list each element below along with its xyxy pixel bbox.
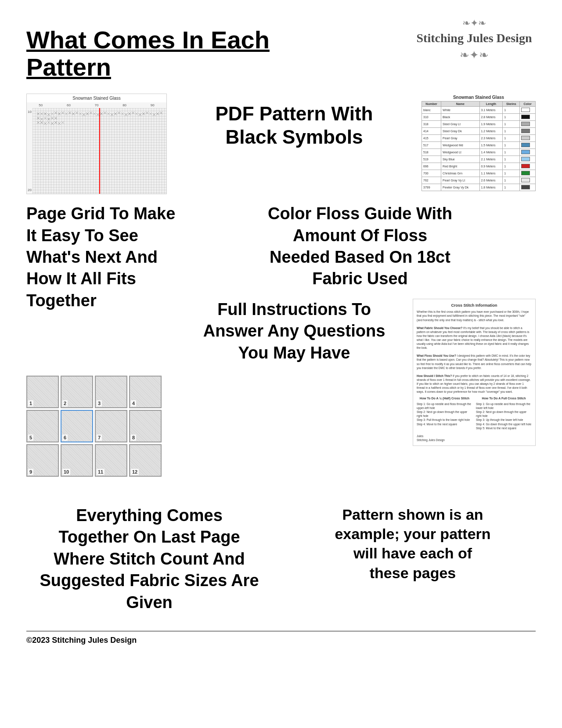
instr-para1: Whether this is the first cross stitch p…	[417, 310, 532, 322]
floss-length: 0.9 Meters	[479, 163, 503, 170]
how-to-full-steps: Step 1: Go up needle and floss through t…	[476, 402, 532, 430]
copyright: ©2023 Stitching Jules Design	[26, 636, 536, 645]
floss-row: 318 Steel Gray Lt 1.9 Meters 1	[422, 121, 536, 128]
floss-color-swatch	[520, 142, 536, 149]
floss-length: 1.1 Meters	[479, 170, 503, 177]
floss-num: 415	[422, 135, 441, 142]
floss-num: 700	[422, 170, 441, 177]
instructions-document: Cross Stitch Information Whether this is…	[413, 299, 536, 446]
full-instr-line1: Full Instructions To	[217, 300, 371, 319]
floss-table: Number Name Length Skeins Color blanc Wh…	[422, 101, 536, 191]
floss-name: White	[441, 107, 479, 114]
floss-color-swatch	[520, 184, 536, 191]
floss-skeins: 1	[503, 170, 520, 177]
floss-length: 2.1 Meters	[479, 156, 503, 163]
thumb-num: 11	[97, 469, 104, 475]
content-area: Snowman Stained Glass 50 60 70 80 90 10 …	[26, 94, 536, 613]
axis-label: 70	[95, 103, 99, 107]
pattern-note-line4: these pages	[370, 565, 456, 581]
floss-num: 762	[422, 177, 441, 184]
instr-doc-title: Cross Stitch Information	[417, 303, 532, 308]
floss-skeins: 1	[503, 128, 520, 135]
floss-length: 1.8 Meters	[479, 184, 503, 191]
thumb-num: 1	[28, 400, 33, 406]
floss-row: 762 Pearl Gray Vy Lt 2.6 Meters 1	[422, 177, 536, 184]
floss-length: 1.2 Meters	[479, 128, 503, 135]
thumbnail-cell: 2	[61, 376, 93, 408]
floss-row: 415 Pearl Gray 2.3 Meters 1	[422, 135, 536, 142]
row3: Everything Comes Together On Last Page W…	[26, 496, 536, 613]
floss-skeins: 1	[503, 107, 520, 114]
everything-line1: Everything Comes	[76, 506, 223, 525]
col-color: Color	[520, 101, 536, 107]
axis-label: 60	[67, 103, 71, 107]
floss-name: Sky Blue	[441, 156, 479, 163]
cross-stitch-grid	[32, 108, 166, 194]
logo-ornament-top: ❧✦❧	[462, 18, 486, 29]
thumbnail-cell: 6	[61, 410, 93, 442]
color-floss-line2: Amount Of Floss	[293, 226, 427, 245]
everything-line5: Given	[126, 593, 173, 612]
floss-row: 519 Sky Blue 2.1 Meters 1	[422, 156, 536, 163]
instr-para4-title: How Should I Stitch This?	[417, 374, 452, 377]
thumb-num: 12	[131, 469, 139, 475]
floss-skeins: 1	[503, 184, 520, 191]
instr-signature: JulesStitching Jules Design	[417, 434, 532, 442]
floss-length: 1.5 Meters	[479, 142, 503, 149]
header: What Comes In Each Pattern ❧✦❧ Stitching…	[26, 18, 536, 80]
pattern-note: Pattern shown is an example; your patter…	[290, 505, 536, 583]
color-floss-line4: Fabric Used	[312, 269, 408, 288]
floss-row: 3799 Pewter Gray Vy Dk 1.8 Meters 1	[422, 184, 536, 191]
floss-num: 666	[422, 163, 441, 170]
thumbnail-row: 1234	[26, 376, 167, 408]
thumbnail-cell: 7	[95, 410, 127, 442]
page-grid-line1: Page Grid To Make It Easy To See What's …	[26, 204, 175, 310]
floss-num: 517	[422, 142, 441, 149]
stitch-symbols-svg	[32, 108, 166, 194]
instr-col-full: How To Do A Full Cross Stitch Step 1: Go…	[476, 396, 532, 430]
floss-color-swatch	[520, 135, 536, 142]
page-title: What Comes In Each Pattern	[26, 18, 334, 80]
thumb-num: 7	[97, 435, 102, 441]
row-label: 10	[28, 110, 32, 114]
row-labels: 10 20	[27, 108, 32, 194]
thumbnail-cell: 10	[61, 444, 93, 477]
floss-name: Steel Gray Dk	[441, 128, 479, 135]
pdf-text-line2: Black Symbols	[225, 126, 363, 148]
pattern-preview: Snowman Stained Glass 50 60 70 80 90 10 …	[26, 94, 167, 194]
color-floss-line3: Needed Based On 18ct	[270, 248, 450, 266]
floss-table-area: Snowman Stained Glass Number Name Length…	[422, 94, 536, 191]
floss-skeins: 1	[503, 135, 520, 142]
thumb-num: 5	[28, 435, 33, 441]
thumbnail-row: 5678	[26, 410, 167, 442]
page: What Comes In Each Pattern ❧✦❧ Stitching…	[0, 0, 562, 728]
instr-para2-title: What Fabric Should You Choose?	[417, 326, 462, 330]
page-grid-text: Page Grid To Make It Easy To See What's …	[26, 203, 176, 311]
logo-ornament-bottom: ❧✦❧	[460, 48, 489, 62]
thumbnail-cell: 9	[26, 444, 59, 477]
floss-num: 310	[422, 114, 441, 121]
floss-row: 310 Black 2.8 Meters 1	[422, 114, 536, 121]
right-side-row2: Color Floss Guide With Amount Of Floss N…	[184, 203, 536, 446]
floss-name: Pearl Gray Vy Lt	[441, 177, 479, 184]
thumb-num: 3	[97, 400, 102, 406]
grid-lines	[32, 108, 166, 194]
floss-color-swatch	[520, 107, 536, 114]
thumbnail-cell: 4	[129, 376, 162, 408]
logo-area: ❧✦❧ Stitching Jules Design ❧✦❧	[413, 18, 536, 62]
floss-row: 700 Christmas Grn 1.1 Meters 1	[422, 170, 536, 177]
how-to-half-steps: Step 1: Go up needle and floss through t…	[417, 402, 472, 426]
floss-color-swatch	[520, 177, 536, 184]
how-to-full-title: How To Do A Full Cross Stitch	[476, 396, 532, 401]
col-skeins: Skeins	[503, 101, 520, 107]
thumbnail-row: 9101112	[26, 444, 167, 477]
floss-num: 519	[422, 156, 441, 163]
thumbnail-cell: 1	[26, 376, 59, 408]
thumbnail-grid: 123456789101112	[26, 376, 167, 477]
everything-line2: Together On Last Page	[58, 528, 240, 546]
pdf-text: PDF Pattern With Black Symbols	[216, 102, 373, 149]
everything-line4: Suggested Fabric Sizes Are	[40, 571, 259, 590]
floss-row: 414 Steel Gray Dk 1.2 Meters 1	[422, 128, 536, 135]
col-number: Number	[422, 101, 441, 107]
col-name: Name	[441, 101, 479, 107]
